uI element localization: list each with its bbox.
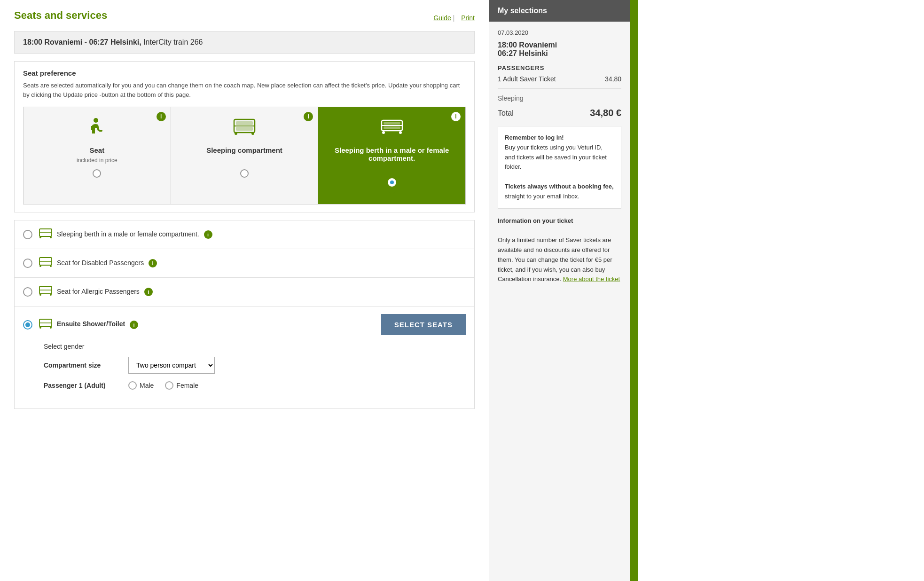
svg-rect-10 <box>384 122 400 125</box>
sidebar: My selections 07.03.2020 18:00 Rovaniemi… <box>489 0 630 581</box>
svg-point-20 <box>39 265 41 267</box>
sleeping-berth-list-radio[interactable] <box>23 230 32 239</box>
sidebar-route: 18:00 Rovaniemi 06:27 Helsinki <box>498 41 621 58</box>
gender-male-option[interactable]: Male <box>128 381 154 390</box>
train-name: InterCity train 266 <box>143 38 203 46</box>
svg-point-21 <box>50 265 52 267</box>
train-info-bar: 18:00 Rovaniemi - 06:27 Helsinki, InterC… <box>14 31 475 54</box>
seat-radio[interactable] <box>93 169 101 178</box>
compartment-size-select[interactable]: Two person compart Three person compart <box>128 357 215 374</box>
sidebar-passenger-price: 34,80 <box>605 75 621 83</box>
service-item-allergic[interactable]: Seat for Allergic Passengers i <box>15 278 474 306</box>
disabled-icon <box>39 257 52 270</box>
sleeping-berth-info-icon[interactable]: i <box>451 112 461 121</box>
svg-point-16 <box>39 236 41 238</box>
departure-time: 18:00 <box>23 38 42 46</box>
sleeping-berth-list-info[interactable]: i <box>204 230 212 239</box>
svg-rect-11 <box>384 126 400 129</box>
top-links: Guide | Print <box>429 14 475 22</box>
select-seats-button[interactable]: SELECT SEATS <box>381 314 466 335</box>
sleeping-berth-radio[interactable] <box>388 178 396 187</box>
compartment-size-label: Compartment size <box>44 361 128 369</box>
print-link[interactable]: Print <box>461 14 475 22</box>
option-card-sleeping-berth[interactable]: i Sleeping berth in a male or female com… <box>318 107 465 204</box>
seat-label: Seat <box>30 146 164 154</box>
seat-info-icon[interactable]: i <box>157 112 166 121</box>
passenger-label: Passenger 1 (Adult) <box>44 382 128 389</box>
sidebar-passenger-label: 1 Adult Saver Ticket <box>498 75 556 83</box>
promo1-bold: Remember to log in! <box>505 134 564 141</box>
svg-point-25 <box>50 294 52 296</box>
gender-female-option[interactable]: Female <box>165 381 198 390</box>
sleeping-compartment-info-icon[interactable]: i <box>304 112 313 121</box>
seat-preference-section: Seat preference Seats are selected autom… <box>14 61 475 212</box>
seat-preference-desc: Seats are selected automatically for you… <box>23 81 466 99</box>
service-item-sleeping-berth[interactable]: Sleeping berth in a male or female compa… <box>15 220 474 249</box>
ensuite-label: Ensuite Shower/Toilet i <box>57 320 381 329</box>
promo1-text: Buy your tickets using you Veturi ID, an… <box>505 144 607 171</box>
service-item-ensuite[interactable]: Ensuite Shower/Toilet i SELECT SEATS Sel… <box>15 306 474 408</box>
ensuite-expanded-details: Select gender Compartment size Two perso… <box>23 335 466 401</box>
seat-sublabel: included in price <box>30 157 164 164</box>
compartment-size-row: Compartment size Two person compart Thre… <box>44 357 466 374</box>
sidebar-route-line1: 18:00 Rovaniemi <box>498 41 621 49</box>
gender-options: Male Female <box>128 381 198 390</box>
svg-point-12 <box>382 131 385 134</box>
svg-point-13 <box>399 131 402 134</box>
svg-point-29 <box>50 327 52 329</box>
ensuite-info[interactable]: i <box>130 321 138 329</box>
allergic-icon <box>39 285 52 298</box>
seat-icon <box>30 116 164 142</box>
departure-station: Rovaniemi <box>44 38 82 46</box>
option-card-sleeping-compartment[interactable]: i Sleeping compartment <box>171 107 319 204</box>
arrival-time: 06:27 <box>89 38 109 46</box>
sleeping-berth-list-icon <box>39 228 52 241</box>
sidebar-header: My selections <box>489 0 630 22</box>
info-title: Information on your ticket <box>498 217 573 224</box>
ensuite-icon <box>39 318 52 331</box>
guide-link[interactable]: Guide <box>433 14 451 22</box>
sleeping-berth-icon <box>325 116 459 142</box>
sidebar-total-value: 34,80 € <box>590 108 621 118</box>
option-card-seat[interactable]: i Seat included in price <box>23 107 171 204</box>
ensuite-radio[interactable] <box>23 320 32 330</box>
gender-female-label: Female <box>176 382 198 389</box>
svg-point-7 <box>251 132 254 135</box>
sleeping-berth-list-label: Sleeping berth in a male or female compa… <box>57 230 466 239</box>
disabled-radio[interactable] <box>23 259 32 268</box>
sidebar-info-box: Information on your ticket Only a limite… <box>498 216 621 291</box>
select-gender-label: Select gender <box>44 343 466 350</box>
allergic-info[interactable]: i <box>144 288 153 296</box>
info-link[interactable]: More about the ticket <box>563 275 620 283</box>
passenger-gender-row: Passenger 1 (Adult) Male Female <box>44 381 466 390</box>
svg-rect-5 <box>236 127 253 131</box>
svg-rect-4 <box>236 121 253 125</box>
sleeping-compartment-label: Sleeping compartment <box>178 146 312 154</box>
sleeping-berth-label: Sleeping berth in a male or female compa… <box>325 146 459 162</box>
seat-preference-title: Seat preference <box>23 69 466 77</box>
arrival-station: Helsinki, <box>110 38 141 46</box>
allergic-label: Seat for Allergic Passengers i <box>57 288 466 296</box>
tooltip-arrow <box>387 190 397 196</box>
sidebar-divider1 <box>498 88 621 89</box>
allergic-radio[interactable] <box>23 287 32 297</box>
svg-point-28 <box>39 327 41 329</box>
page-title: Seats and services <box>14 9 107 22</box>
gender-female-radio[interactable] <box>165 381 173 390</box>
svg-point-6 <box>235 132 237 135</box>
sidebar-date: 07.03.2020 <box>498 29 621 36</box>
sidebar-sleeping: Sleeping <box>498 94 621 102</box>
options-row: i Seat included in price i <box>23 107 466 204</box>
gender-male-label: Male <box>140 382 154 389</box>
promo2-text: straight to your email inbox. <box>505 193 579 200</box>
svg-rect-1 <box>99 130 102 132</box>
sidebar-total-row: Total 34,80 € <box>498 108 621 118</box>
top-bar: Seats and services Guide | Print <box>14 9 475 26</box>
service-item-disabled[interactable]: Seat for Disabled Passengers i <box>15 249 474 278</box>
sleeping-compartment-radio[interactable] <box>240 169 249 178</box>
gender-male-radio[interactable] <box>128 381 137 390</box>
sidebar-passengers-title: PASSENGERS <box>498 64 621 71</box>
disabled-info[interactable]: i <box>149 259 157 267</box>
disabled-label: Seat for Disabled Passengers i <box>57 259 466 267</box>
svg-point-24 <box>39 294 41 296</box>
